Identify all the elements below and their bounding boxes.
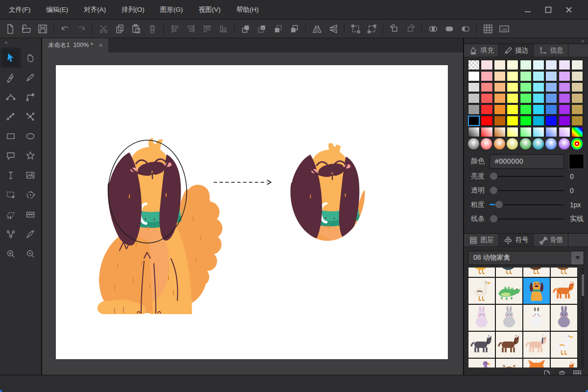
tool-pencil[interactable] <box>21 68 40 87</box>
tool-star[interactable] <box>21 146 40 166</box>
palette-ball-swatch[interactable] <box>507 138 518 149</box>
minimize-button[interactable] <box>517 0 538 20</box>
slider-handle[interactable] <box>495 200 503 209</box>
canvas-area[interactable] <box>42 52 463 375</box>
menu-item-4[interactable]: 图形(G) <box>153 0 190 19</box>
palette-gradient-swatch[interactable] <box>481 127 492 137</box>
symbol-goose-brown[interactable] <box>468 277 495 304</box>
palette-swatch[interactable] <box>559 104 570 115</box>
slider-track[interactable] <box>490 186 564 195</box>
scrollbar-thumb[interactable] <box>582 274 584 296</box>
palette-ball-swatch[interactable] <box>533 138 544 149</box>
palette-gradient-swatch[interactable] <box>559 127 570 137</box>
palette-swatch[interactable] <box>494 116 506 126</box>
palette-swatch[interactable] <box>468 82 480 93</box>
palette-swatch[interactable] <box>559 93 570 103</box>
symbol-rabbit-lying[interactable] <box>550 304 578 331</box>
symbol-donkey[interactable] <box>468 331 495 358</box>
palette-swatch[interactable] <box>571 93 583 103</box>
palette-swatch[interactable] <box>520 82 532 93</box>
tool-knife[interactable] <box>21 224 40 244</box>
palette-swatch[interactable] <box>545 71 557 81</box>
flip-v-button[interactable] <box>325 22 341 36</box>
palette-gradient-swatch[interactable] <box>533 127 544 137</box>
palette-swatch[interactable] <box>507 82 518 93</box>
open-button[interactable] <box>18 22 34 36</box>
palette-swatch[interactable] <box>494 82 506 93</box>
palette-swatch[interactable] <box>533 82 544 93</box>
palette-gradient-swatch[interactable] <box>571 127 583 137</box>
palette-swatch[interactable] <box>520 60 532 70</box>
align-right-button[interactable] <box>183 22 199 36</box>
new-button[interactable] <box>2 22 18 36</box>
palette-swatch[interactable] <box>494 71 506 81</box>
bool-union-button[interactable] <box>441 22 457 36</box>
delete-button[interactable] <box>144 22 160 36</box>
panel-tab-symbol[interactable]: 符号 <box>499 234 534 246</box>
palette-swatch[interactable] <box>468 116 480 126</box>
zoom-100-button[interactable]: 100 <box>496 22 512 36</box>
palette-gradient-swatch[interactable] <box>494 127 506 137</box>
slider-handle[interactable] <box>490 172 498 180</box>
palette-swatch[interactable] <box>481 82 492 93</box>
toolbox-collapse-icon[interactable]: « <box>0 38 41 46</box>
palette-swatch[interactable] <box>468 93 480 103</box>
tool-text[interactable] <box>1 166 21 185</box>
palette-swatch[interactable] <box>533 60 544 70</box>
slider-track[interactable] <box>490 200 564 209</box>
menu-item-0[interactable]: 文件(F) <box>2 0 37 19</box>
dropdown-arrow-button[interactable] <box>571 251 584 265</box>
transform-node-button[interactable] <box>364 22 380 36</box>
tool-hand[interactable] <box>21 48 40 68</box>
palette-swatch[interactable] <box>545 93 557 103</box>
palette-swatch[interactable] <box>533 116 544 126</box>
redo-button[interactable] <box>73 22 89 36</box>
palette-swatch[interactable] <box>571 71 583 81</box>
palette-swatch[interactable] <box>507 60 518 70</box>
symbol-fox-dog[interactable] <box>550 277 578 304</box>
slider-handle[interactable] <box>490 215 498 223</box>
palette-gradient-swatch[interactable] <box>507 127 518 137</box>
close-button[interactable] <box>559 0 579 20</box>
palette-swatch[interactable] <box>533 104 544 115</box>
tool-skew[interactable] <box>1 205 21 224</box>
menu-item-1[interactable]: 编辑(E) <box>39 0 75 19</box>
palette-swatch[interactable] <box>481 104 492 115</box>
slider-track[interactable] <box>490 215 564 223</box>
tool-node-edit[interactable] <box>1 107 21 126</box>
palette-gradient-swatch[interactable] <box>520 127 532 137</box>
tool-connector[interactable] <box>1 224 21 244</box>
palette-swatch[interactable] <box>507 93 518 103</box>
palette-ball-swatch[interactable] <box>571 138 583 149</box>
palette-swatch[interactable] <box>481 116 492 126</box>
tool-image[interactable] <box>21 166 40 185</box>
symbol-rabbit-gray[interactable] <box>495 304 523 331</box>
palette-swatch[interactable] <box>468 60 480 70</box>
tool-rect[interactable] <box>1 126 21 146</box>
pixel-grid-button[interactable] <box>480 22 496 36</box>
palette-swatch[interactable] <box>571 60 583 70</box>
document-tab[interactable]: 未命名1 100% * × <box>42 38 108 52</box>
palette-swatch[interactable] <box>468 104 480 115</box>
palette-swatch[interactable] <box>520 116 532 126</box>
symbol-scrollbar[interactable] <box>581 268 584 368</box>
palette-swatch[interactable] <box>571 82 583 93</box>
symbol-chick[interactable] <box>468 268 495 277</box>
symbol-dog[interactable] <box>523 277 550 304</box>
paste-button[interactable] <box>128 22 144 36</box>
transform-rect-button[interactable] <box>347 22 364 36</box>
palette-swatch[interactable] <box>494 93 506 103</box>
tool-rotate[interactable] <box>21 185 40 205</box>
palette-ball-swatch[interactable] <box>481 138 492 149</box>
color-value-input[interactable]: #000000 <box>490 154 564 169</box>
symbol-hen[interactable] <box>550 268 578 277</box>
palette-swatch[interactable] <box>559 82 570 93</box>
menu-item-2[interactable]: 对齐(A) <box>77 0 113 19</box>
palette-swatch[interactable] <box>507 71 518 81</box>
palette-swatch[interactable] <box>520 71 532 81</box>
palette-ball-swatch[interactable] <box>468 138 479 149</box>
palette-swatch[interactable] <box>559 60 570 70</box>
slider-track[interactable] <box>490 172 564 181</box>
undo-button[interactable] <box>57 22 73 36</box>
bool-subtract-button[interactable] <box>457 22 473 36</box>
